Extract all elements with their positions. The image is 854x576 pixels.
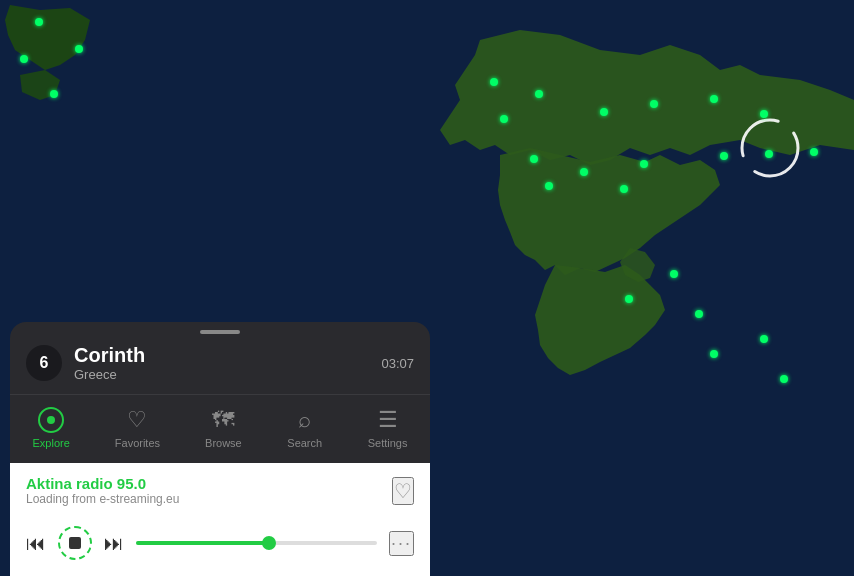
- nav-item-browse[interactable]: 🗺 Browse: [193, 403, 254, 453]
- nav-label-settings: Settings: [368, 437, 408, 449]
- map-dot: [75, 45, 83, 53]
- radio-name: Aktina radio 95.0: [26, 475, 382, 492]
- progress-thumb: [262, 536, 276, 550]
- favorites-icon: ♡: [127, 407, 147, 433]
- explore-icon: [38, 407, 64, 433]
- map-dot: [600, 108, 608, 116]
- player-card: 6 Corinth Greece 03:07: [10, 322, 430, 394]
- map-dot: [765, 150, 773, 158]
- map-dot: [35, 18, 43, 26]
- track-country: Greece: [74, 367, 369, 382]
- progress-track[interactable]: [136, 541, 377, 545]
- map-dot: [760, 110, 768, 118]
- stop-button[interactable]: [58, 526, 92, 560]
- map-dot: [640, 160, 648, 168]
- map-dot: [810, 148, 818, 156]
- favorite-button[interactable]: ♡: [392, 477, 414, 505]
- map-dot: [670, 270, 678, 278]
- track-info: 6 Corinth Greece 03:07: [26, 344, 414, 382]
- map-dot: [710, 350, 718, 358]
- nav-item-explore[interactable]: Explore: [21, 403, 82, 453]
- stop-icon: [69, 537, 81, 549]
- map-dot: [620, 185, 628, 193]
- search-icon: ⌕: [298, 407, 311, 433]
- map-dot: [490, 78, 498, 86]
- map-dot: [760, 335, 768, 343]
- map-dot: [625, 295, 633, 303]
- radio-info: Aktina radio 95.0 Loading from e-streami…: [26, 475, 382, 506]
- map-dot: [535, 90, 543, 98]
- map-dot: [530, 155, 538, 163]
- map-dot: [650, 100, 658, 108]
- map-dot: [20, 55, 28, 63]
- map-dot: [50, 90, 58, 98]
- drag-handle[interactable]: [200, 330, 240, 334]
- bottom-panel: 6 Corinth Greece 03:07 Explore ♡ Favorit…: [10, 322, 430, 576]
- nav-item-settings[interactable]: ☰ Settings: [356, 403, 420, 453]
- map-dot: [695, 310, 703, 318]
- progress-fill: [136, 541, 269, 545]
- map-dot: [720, 152, 728, 160]
- nav-label-search: Search: [287, 437, 322, 449]
- track-title: Corinth: [74, 344, 369, 367]
- previous-button[interactable]: ⏮: [26, 532, 46, 555]
- playback-bar: ⏮ ⏭ ···: [10, 518, 430, 576]
- next-button[interactable]: ⏭: [104, 532, 124, 555]
- nav-label-favorites: Favorites: [115, 437, 160, 449]
- settings-icon: ☰: [378, 407, 398, 433]
- nav-item-search[interactable]: ⌕ Search: [275, 403, 335, 453]
- map-dot: [580, 168, 588, 176]
- map-dot: [500, 115, 508, 123]
- track-details: Corinth Greece: [74, 344, 369, 382]
- nav-label-browse: Browse: [205, 437, 242, 449]
- track-number: 6: [26, 345, 62, 381]
- map-dot: [710, 95, 718, 103]
- browse-icon: 🗺: [212, 407, 234, 433]
- nav-item-favorites[interactable]: ♡ Favorites: [103, 403, 172, 453]
- now-playing-card: Aktina radio 95.0 Loading from e-streami…: [10, 463, 430, 518]
- nav-bar: Explore ♡ Favorites 🗺 Browse ⌕ Search ☰ …: [10, 394, 430, 463]
- nav-label-explore: Explore: [33, 437, 70, 449]
- map-dot: [545, 182, 553, 190]
- map-dot: [780, 375, 788, 383]
- track-duration: 03:07: [381, 356, 414, 371]
- more-options-button[interactable]: ···: [389, 531, 414, 556]
- radio-status: Loading from e-streaming.eu: [26, 492, 382, 506]
